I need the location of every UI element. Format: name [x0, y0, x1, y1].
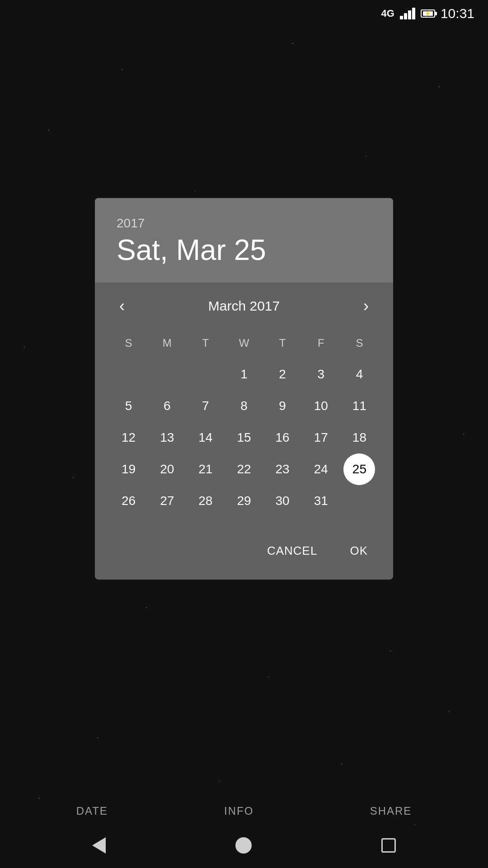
dow-mon: M — [148, 331, 186, 359]
day-12[interactable]: 12 — [109, 422, 148, 453]
day-18[interactable]: 18 — [340, 422, 379, 453]
day-27[interactable]: 27 — [148, 485, 186, 517]
month-title: March 2017 — [208, 298, 280, 314]
day-25-selected[interactable]: 25 — [343, 453, 375, 485]
day-31[interactable]: 31 — [302, 485, 340, 517]
day-19[interactable]: 19 — [109, 453, 148, 485]
dow-fri: F — [302, 331, 340, 359]
dow-sun: S — [109, 331, 148, 359]
date-picker-dialog: 2017 Sat, Mar 25 ‹ March 2017 › S M T W … — [95, 198, 393, 579]
day-empty — [148, 359, 186, 390]
day-11[interactable]: 11 — [340, 390, 379, 422]
day-23[interactable]: 23 — [263, 453, 302, 485]
day-14[interactable]: 14 — [186, 422, 225, 453]
battery-icon: ⚡ — [421, 9, 435, 18]
day-7[interactable]: 7 — [186, 390, 225, 422]
day-15[interactable]: 15 — [225, 422, 263, 453]
day-4[interactable]: 4 — [340, 359, 379, 390]
status-bar: 4G ⚡ 10:31 — [0, 0, 488, 27]
day-20[interactable]: 20 — [148, 453, 186, 485]
day-9[interactable]: 9 — [263, 390, 302, 422]
prev-month-button[interactable]: ‹ — [109, 293, 135, 319]
selected-date-display: Sat, Mar 25 — [117, 234, 371, 266]
day-30[interactable]: 30 — [263, 485, 302, 517]
dow-wed: W — [225, 331, 263, 359]
dialog-actions: CANCEL OK — [95, 528, 393, 580]
day-17[interactable]: 17 — [302, 422, 340, 453]
month-nav: ‹ March 2017 › — [109, 293, 379, 319]
signal-label: 4G — [381, 8, 394, 19]
day-8[interactable]: 8 — [225, 390, 263, 422]
dialog-header: 2017 Sat, Mar 25 — [95, 198, 393, 282]
dow-tue: T — [186, 331, 225, 359]
next-month-button[interactable]: › — [353, 293, 379, 319]
day-22[interactable]: 22 — [225, 453, 263, 485]
day-26[interactable]: 26 — [109, 485, 148, 517]
day-3[interactable]: 3 — [302, 359, 340, 390]
dialog-body: ‹ March 2017 › S M T W T F S 1 2 3 — [95, 283, 393, 528]
day-empty — [340, 485, 379, 517]
dow-thu: T — [263, 331, 302, 359]
day-1[interactable]: 1 — [225, 359, 263, 390]
dialog-overlay: 2017 Sat, Mar 25 ‹ March 2017 › S M T W … — [0, 0, 488, 868]
day-10[interactable]: 10 — [302, 390, 340, 422]
calendar-grid: S M T W T F S 1 2 3 4 5 6 7 8 9 — [109, 331, 379, 517]
day-24[interactable]: 24 — [302, 453, 340, 485]
selected-year: 2017 — [117, 216, 371, 231]
day-5[interactable]: 5 — [109, 390, 148, 422]
signal-icon — [400, 8, 415, 19]
ok-button[interactable]: OK — [339, 537, 379, 565]
day-28[interactable]: 28 — [186, 485, 225, 517]
day-29[interactable]: 29 — [225, 485, 263, 517]
day-2[interactable]: 2 — [263, 359, 302, 390]
day-21[interactable]: 21 — [186, 453, 225, 485]
clock: 10:31 — [441, 6, 474, 21]
day-empty — [186, 359, 225, 390]
day-empty — [109, 359, 148, 390]
cancel-button[interactable]: CANCEL — [256, 537, 328, 565]
dow-sat: S — [340, 331, 379, 359]
day-16[interactable]: 16 — [263, 422, 302, 453]
day-6[interactable]: 6 — [148, 390, 186, 422]
day-13[interactable]: 13 — [148, 422, 186, 453]
